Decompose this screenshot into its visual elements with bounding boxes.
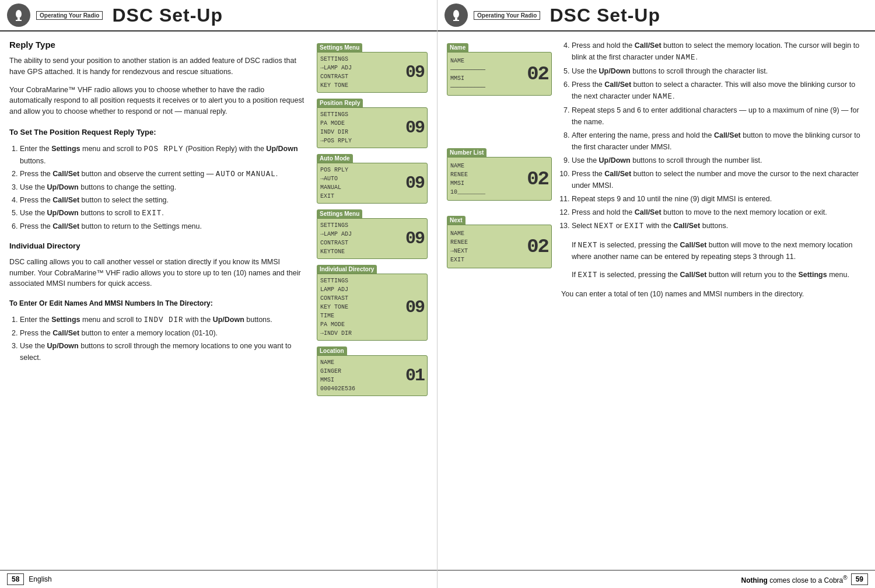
left-header: Operating Your Radio DSC Set-Up: [0, 0, 437, 32]
individual-dir-display-label: Individual Directory: [317, 265, 377, 274]
note-exit: If EXIT is selected, pressing the Call/S…: [572, 270, 866, 281]
step-4: Press the Call/Set button to select the …: [20, 194, 307, 206]
next-display-number: 02: [527, 236, 548, 258]
svg-rect-5: [453, 20, 459, 21]
left-footer: 58 English: [0, 570, 437, 588]
right-step-11: Repeat steps 9 and 10 until the nine (9)…: [572, 193, 866, 205]
enter-edit-subtitle: To Enter Or Edit Names And MMSI Numbers …: [9, 299, 307, 307]
header-icon-left: [7, 4, 30, 27]
left-page-title: DSC Set-Up: [112, 5, 223, 26]
right-step-9: Use the Up/Down buttons to scroll throug…: [572, 155, 866, 166]
settings-menu-2-label: Settings Menu: [317, 209, 362, 218]
indv-steps: Enter the Settings menu and scroll to IN…: [20, 314, 307, 365]
name-group: Name NAME——————————MMSI—————————— 02: [447, 43, 552, 96]
footer-left: 58 English: [7, 573, 52, 585]
right-page-number: 59: [851, 573, 868, 585]
right-steps: Press and hold the Call/Set button to se…: [572, 40, 866, 234]
settings-menu-1-text: SETTINGS→LAMP ADJCONTRASTKEY TONE: [320, 55, 352, 90]
step-1: Enter the Settings menu and scroll to PO…: [20, 143, 307, 167]
position-reply-number: 09: [405, 118, 424, 138]
reply-type-title: Reply Type: [9, 40, 307, 50]
indv-step-3: Use the Up/Down buttons to scroll throug…: [20, 340, 307, 363]
step-5: Use the Up/Down buttons to scroll to EXI…: [20, 207, 307, 219]
indv-step-2: Press the Call/Set button to enter a mem…: [20, 327, 307, 339]
position-reply-label: Position Reply: [317, 99, 363, 107]
page-right: Operating Your Radio DSC Set-Up Name NAM…: [438, 0, 875, 588]
right-page-title: DSC Set-Up: [550, 5, 660, 26]
left-page-number: 58: [7, 573, 24, 585]
auto-mode-text: POS RPLY→AUTOMANUALEXIT: [320, 166, 348, 201]
location-box: NAMEGINGERMMSI000402E536 01: [317, 355, 428, 396]
right-header: Operating Your Radio DSC Set-Up: [438, 0, 875, 32]
number-list-label: Number List: [447, 148, 487, 157]
header-icon-right: [444, 4, 468, 27]
right-content: Name NAME——————————MMSI—————————— 02 Num…: [438, 32, 875, 570]
right-step-10: Press the Call/Set button to select the …: [572, 168, 866, 191]
next-group: Next NAMERENEE→NEXTEXIT 02: [447, 216, 552, 268]
left-lang: English: [29, 575, 51, 583]
position-reply-box: SETTINGSPA MODEINDV DIR→POS RPLY 09: [317, 107, 428, 148]
right-step-8: After entering the name, press and hold …: [572, 130, 866, 153]
settings-menu-1-box: SETTINGS→LAMP ADJCONTRASTKEY TONE 09: [317, 52, 428, 93]
next-display-box: NAMERENEE→NEXTEXIT 02: [447, 225, 552, 268]
right-text-col: Press and hold the Call/Set button to se…: [561, 40, 866, 562]
settings-menu-1-label: Settings Menu: [317, 43, 362, 52]
next-display-label: Next: [447, 216, 466, 225]
settings-menu-1-group: Settings Menu SETTINGS→LAMP ADJCONTRASTK…: [317, 43, 428, 93]
footer-right: Nothing comes close to a Cobra® 59: [741, 573, 868, 585]
location-number: 01: [405, 366, 424, 386]
note-total: You can enter a total of ten (10) names …: [561, 289, 866, 300]
right-step-7: Repeat steps 5 and 6 to enter additional…: [572, 104, 866, 128]
auto-mode-group: Auto Mode POS RPLY→AUTOMANUALEXIT 09: [317, 154, 428, 204]
reply-type-para1: The ability to send your position to ano…: [9, 55, 307, 78]
right-step-12: Press and hold the Call/Set button to mo…: [572, 206, 866, 218]
auto-mode-box: POS RPLY→AUTOMANUALEXIT 09: [317, 163, 428, 204]
set-position-steps: Enter the Settings menu and scroll to PO…: [20, 143, 307, 233]
position-reply-group: Position Reply SETTINGSPA MODEINDV DIR→P…: [317, 99, 428, 148]
settings-menu-2-group: Settings Menu SETTINGS→LAMP ADJCONTRASTK…: [317, 209, 428, 259]
number-list-number: 02: [527, 168, 548, 190]
indv-step-1: Enter the Settings menu and scroll to IN…: [20, 314, 307, 326]
footer-tagline: Nothing comes close to a Cobra®: [741, 575, 848, 584]
step-3: Use the Up/Down buttons to change the se…: [20, 181, 307, 193]
right-footer: Nothing comes close to a Cobra® 59: [438, 570, 875, 588]
svg-point-0: [16, 10, 22, 18]
set-position-subtitle: To Set The Position Request Reply Type:: [9, 128, 307, 136]
name-display-label: Name: [447, 43, 468, 52]
svg-point-3: [453, 10, 459, 18]
next-display-text: NAMERENEE→NEXTEXIT: [450, 229, 468, 264]
location-text: NAMEGINGERMMSI000402E536: [320, 358, 355, 393]
note-next: If NEXT is selected, pressing the Call/S…: [572, 240, 866, 262]
right-section-label: Operating Your Radio: [474, 11, 540, 20]
page-left: Operating Your Radio DSC Set-Up Reply Ty…: [0, 0, 438, 588]
settings-menu-2-text: SETTINGS→LAMP ADJCONTRASTKEYTONE: [320, 221, 352, 256]
right-step-4: Press and hold the Call/Set button to se…: [572, 40, 866, 64]
number-list-text: NAMERENEEMMSI10________: [450, 162, 485, 197]
left-content: Reply Type The ability to send your posi…: [0, 32, 437, 570]
auto-mode-number: 09: [405, 173, 424, 193]
number-list-group: Number List NAMERENEEMMSI10________ 02: [447, 148, 552, 201]
svg-rect-2: [16, 20, 22, 21]
individual-dir-para: DSC calling allows you to call another v…: [9, 257, 307, 289]
step-6: Press the Call/Set button to return to t…: [20, 220, 307, 232]
step-2: Press the Call/Set button and observe th…: [20, 168, 307, 180]
individual-dir-text: SETTINGSLAMP ADJCONTRASTKEY TONETIMEPA M…: [320, 276, 352, 338]
reply-type-para2: Your CobraMarine™ VHF radio allows you t…: [9, 85, 307, 117]
name-display-text: NAME——————————MMSI——————————: [450, 57, 485, 92]
number-list-box: NAMERENEEMMSI10________ 02: [447, 157, 552, 201]
auto-mode-label: Auto Mode: [317, 154, 353, 163]
right-step-6: Press the Call/Set button to select a ch…: [572, 79, 866, 103]
left-text-col: Reply Type The ability to send your posi…: [9, 40, 307, 562]
settings-menu-2-box: SETTINGS→LAMP ADJCONTRASTKEYTONE 09: [317, 218, 428, 259]
left-section-label: Operating Your Radio: [36, 11, 103, 20]
individual-dir-number: 09: [405, 298, 424, 317]
individual-dir-title: Individual Directory: [9, 242, 307, 250]
left-display-col: Settings Menu SETTINGS→LAMP ADJCONTRASTK…: [317, 40, 428, 562]
settings-menu-2-number: 09: [405, 229, 424, 249]
individual-dir-box: SETTINGSLAMP ADJCONTRASTKEY TONETIMEPA M…: [317, 274, 428, 341]
location-label: Location: [317, 346, 347, 355]
settings-menu-1-number: 09: [405, 62, 424, 82]
name-display-number: 02: [527, 63, 548, 85]
position-reply-text: SETTINGSPA MODEINDV DIR→POS RPLY: [320, 110, 352, 145]
individual-dir-group: Individual Directory SETTINGSLAMP ADJCON…: [317, 265, 428, 341]
